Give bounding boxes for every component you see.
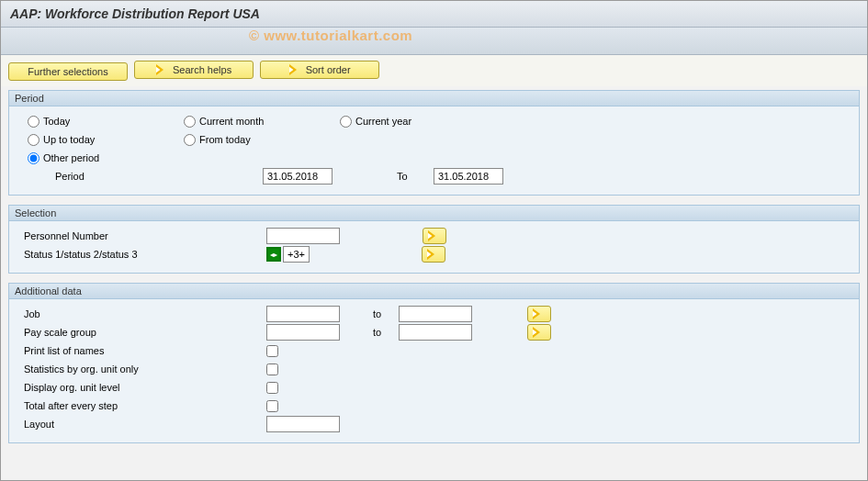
- search-helps-button[interactable]: Search helps: [134, 61, 254, 79]
- personnel-number-label: Personnel Number: [18, 230, 211, 241]
- job-to-label: to: [373, 308, 399, 319]
- status-label: Status 1/status 2/status 3: [18, 249, 211, 260]
- radio-up-to-today[interactable]: Up to today: [18, 134, 175, 146]
- further-selections-button[interactable]: Further selections: [8, 62, 128, 81]
- sort-order-label: Sort order: [306, 64, 351, 75]
- arrow-right-icon: [289, 64, 302, 75]
- status-indicator-icon: ◂▸: [266, 247, 281, 262]
- job-from-input[interactable]: [266, 306, 340, 322]
- status-multi-button[interactable]: [422, 246, 445, 263]
- further-selections-label: Further selections: [28, 66, 107, 77]
- pay-scale-from-input[interactable]: [266, 324, 340, 341]
- arrow-right-icon: [427, 249, 440, 260]
- print-list-checkbox[interactable]: [266, 345, 278, 357]
- arrow-right-icon: [156, 64, 169, 75]
- layout-label: Layout: [18, 419, 211, 430]
- job-multi-button[interactable]: [527, 306, 551, 322]
- toolbar: Further selections Search helps Sort ord…: [1, 55, 867, 86]
- watermark: © www.tutorialkart.com: [249, 28, 412, 43]
- pay-scale-to-input[interactable]: [399, 324, 472, 341]
- period-from-input[interactable]: [263, 168, 333, 185]
- radio-other-period[interactable]: Other period: [18, 152, 175, 164]
- radio-from-today-label: From today: [199, 134, 251, 145]
- radio-from-today[interactable]: From today: [175, 134, 331, 146]
- radio-today-input[interactable]: [28, 116, 39, 128]
- personnel-number-multi-button[interactable]: [423, 228, 446, 244]
- additional-group: Additional data Job to Pay scale group t…: [8, 283, 860, 443]
- job-to-input[interactable]: [399, 306, 472, 322]
- print-list-label: Print list of names: [18, 345, 211, 356]
- window-header: AAP: Workforce Distribution Report USA: [1, 1, 867, 28]
- pay-scale-multi-button[interactable]: [527, 324, 551, 341]
- total-after-label: Total after every step: [18, 400, 211, 411]
- radio-up-to-today-input[interactable]: [28, 134, 39, 146]
- radio-from-today-input[interactable]: [184, 134, 196, 146]
- layout-input[interactable]: [266, 416, 340, 432]
- selection-group-title: Selection: [9, 206, 859, 221]
- display-org-checkbox[interactable]: [266, 382, 278, 394]
- search-helps-label: Search helps: [173, 64, 231, 75]
- status-badge-text: +3+: [287, 249, 305, 260]
- display-org-label: Display org. unit level: [18, 382, 211, 393]
- radio-up-to-today-label: Up to today: [43, 134, 95, 145]
- pay-scale-label: Pay scale group: [18, 327, 211, 338]
- pay-scale-to-label: to: [373, 327, 399, 338]
- radio-other-period-input[interactable]: [28, 152, 39, 164]
- radio-current-month[interactable]: Current month: [175, 116, 331, 128]
- additional-group-title: Additional data: [9, 284, 859, 299]
- radio-today[interactable]: Today: [18, 116, 175, 128]
- status-badge: +3+: [283, 246, 310, 263]
- period-to-label: To: [397, 171, 434, 182]
- subheader: © www.tutorialkart.com: [1, 28, 867, 55]
- stats-org-label: Statistics by org. unit only: [18, 364, 211, 375]
- selection-group: Selection Personnel Number Status 1/stat…: [8, 205, 860, 274]
- radio-today-label: Today: [43, 116, 70, 127]
- period-group: Period Today Current month Current year …: [8, 90, 860, 196]
- radio-current-month-label: Current month: [199, 116, 264, 127]
- stats-org-checkbox[interactable]: [266, 364, 278, 375]
- period-label: Period: [18, 171, 211, 182]
- page-title: AAP: Workforce Distribution Report USA: [10, 6, 858, 21]
- arrow-right-icon: [533, 327, 546, 338]
- period-to-input[interactable]: [434, 168, 503, 185]
- total-after-checkbox[interactable]: [266, 400, 278, 412]
- radio-current-year[interactable]: Current year: [331, 116, 487, 128]
- radio-current-year-input[interactable]: [340, 116, 352, 128]
- personnel-number-input[interactable]: [266, 228, 340, 244]
- radio-current-month-input[interactable]: [184, 116, 196, 128]
- sort-order-button[interactable]: Sort order: [260, 61, 379, 79]
- arrow-right-icon: [533, 308, 546, 319]
- arrow-right-icon: [428, 230, 441, 241]
- radio-other-period-label: Other period: [43, 152, 99, 163]
- job-label: Job: [18, 308, 211, 319]
- period-group-title: Period: [9, 91, 859, 106]
- radio-current-year-label: Current year: [355, 116, 411, 127]
